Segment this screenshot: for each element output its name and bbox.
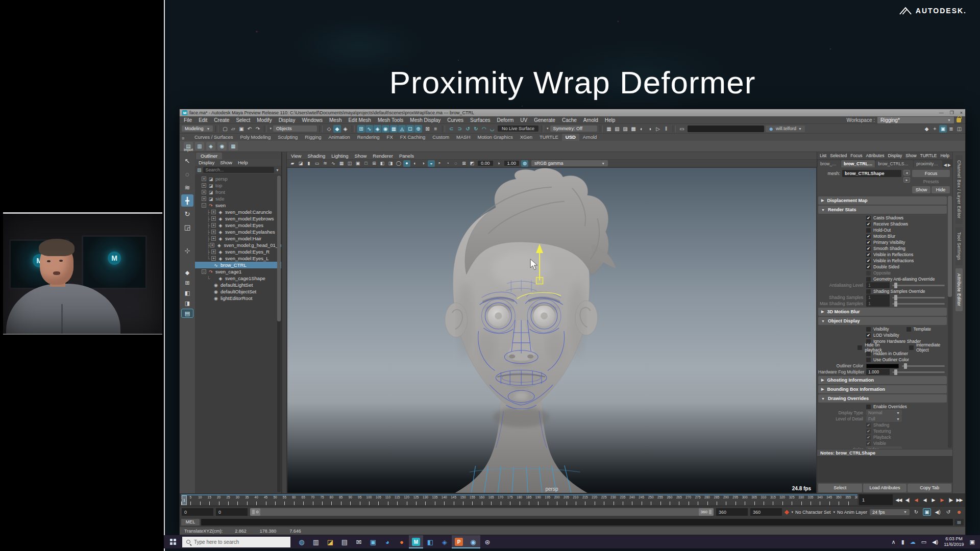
camera-attributes-icon[interactable]: ◪: [297, 160, 304, 167]
maya-icon[interactable]: M: [409, 535, 423, 548]
animation-end-field[interactable]: 360: [750, 508, 782, 516]
outliner-item-sven-model-caruncle[interactable]: ├+◈sven_model:Caruncle: [195, 209, 281, 215]
outliner-item-sven-cage1shape[interactable]: └◈sven_cage1Shape: [195, 275, 281, 282]
expander-icon[interactable]: +: [211, 216, 216, 221]
edge-icon[interactable]: ◕: [380, 535, 395, 548]
input-connections-icon[interactable]: ⊂: [448, 125, 455, 133]
taskbar-clock[interactable]: 6:03 PM 11/6/2019: [944, 536, 964, 547]
universal-manipulator-tool[interactable]: ⊹: [181, 244, 193, 257]
panel-menu-show[interactable]: Show: [355, 153, 367, 159]
outliner-item-front[interactable]: +◪front: [195, 189, 281, 195]
view-transform-dropdown[interactable]: sRGB gamma▼: [531, 160, 608, 166]
field-chart-icon[interactable]: ⊞: [371, 160, 378, 167]
step-back-key-button[interactable]: ◀: [912, 494, 920, 505]
checkbox-motion-blur[interactable]: ✔: [866, 234, 871, 239]
slider-max-shading-samples[interactable]: [892, 303, 945, 305]
use-all-lights-icon[interactable]: ◑: [420, 160, 427, 167]
outliner-item-sven-model-hair[interactable]: ├+◈sven_model:Hair: [195, 235, 281, 242]
restore-button[interactable]: ❐: [950, 110, 954, 115]
onedrive-icon[interactable]: ☁: [910, 539, 916, 545]
mesh-name-field[interactable]: brow_CTRLShape: [842, 170, 901, 177]
outlook-icon[interactable]: ◈: [437, 535, 452, 548]
checkbox-geometry-anti-aliasing-override[interactable]: [866, 277, 871, 282]
focus-button[interactable]: Focus: [912, 170, 950, 177]
mail-icon[interactable]: ✉: [352, 535, 366, 548]
tabs-scroll-left-icon[interactable]: ◀: [944, 163, 947, 167]
playback-start-field[interactable]: 0: [216, 508, 248, 516]
section-drawing-overrides[interactable]: ▼Drawing Overrides: [818, 394, 947, 403]
make-live-icon[interactable]: ◬: [398, 125, 406, 133]
selection-mask-dropdown[interactable]: Objects: [273, 126, 317, 132]
safe-action-icon[interactable]: ◧: [379, 160, 386, 167]
user-account-menu[interactable]: ☻ will.telford▼: [766, 126, 805, 132]
output-connections-icon[interactable]: ▸: [903, 177, 910, 183]
shaded-mode-icon[interactable]: ●: [403, 160, 410, 167]
symmetry-dropdown[interactable]: Symmetry: Off: [550, 126, 597, 132]
checkbox-visibility[interactable]: [866, 327, 871, 332]
slider-hardware-fog-multiplier[interactable]: [892, 371, 945, 373]
shelf-tab-usd[interactable]: USD: [562, 134, 579, 141]
textured-mode-icon[interactable]: ◐: [411, 160, 419, 167]
show-button[interactable]: Show: [912, 186, 930, 193]
open-scene-icon[interactable]: ▱: [229, 125, 237, 133]
go-to-end-button[interactable]: ▶▶: [955, 494, 964, 505]
notes-input[interactable]: [817, 456, 952, 483]
outliner-item-sven-model-g-head-01-cn[interactable]: ├+◈sven_model:g_head_01_cn: [195, 242, 281, 248]
select-button[interactable]: Select: [818, 484, 862, 492]
bookmark-view-icon[interactable]: ▮: [305, 160, 312, 167]
section-bounding-box-information[interactable]: ▶Bounding Box Information: [818, 385, 947, 393]
shadows-toggle-icon[interactable]: ◒: [428, 160, 435, 167]
history-list-icon[interactable]: ◠: [480, 125, 488, 133]
menu-mesh-display[interactable]: Mesh Display: [410, 117, 440, 123]
move-tool[interactable]: ╋: [181, 194, 193, 207]
lock-selection-icon[interactable]: ⊠: [424, 125, 431, 133]
expander-icon[interactable]: +: [202, 190, 206, 194]
save-scene-icon[interactable]: ▣: [237, 125, 245, 133]
checkbox-lod-visibility[interactable]: ✔: [866, 333, 871, 338]
display-mode-icon[interactable]: ▭: [678, 125, 686, 133]
quick-layout-single[interactable]: ◆: [181, 268, 193, 277]
checkbox-visible[interactable]: ✔: [866, 441, 871, 446]
range-start-handle[interactable]: 0: [250, 508, 260, 516]
usd-export-icon[interactable]: ◉: [217, 142, 227, 151]
mute-audio-icon[interactable]: ◀): [934, 508, 942, 516]
hide-button[interactable]: Hide: [932, 186, 950, 193]
quick-layout-split-left[interactable]: ◧: [181, 288, 193, 297]
checkbox-primary-visibility[interactable]: ✔: [866, 240, 871, 245]
ae-menu-attributes[interactable]: Attributes: [866, 153, 884, 158]
section-displacement-map[interactable]: ▶Displacement Map: [818, 196, 947, 205]
menu-deform[interactable]: Deform: [497, 117, 514, 123]
playback-speed-dropdown[interactable]: 24 fps▼: [870, 509, 910, 515]
dropdown-level-of-detail[interactable]: Full▼: [866, 416, 902, 422]
outliner-item-defaultlightset[interactable]: ◉defaultLightSet: [195, 282, 281, 288]
settings-icon[interactable]: ⊛: [480, 535, 495, 548]
ae-tab-brow-ctrlshapeorig[interactable]: brow_CTRLShapeOrig: [875, 160, 913, 167]
tool-settings-toggle-icon[interactable]: ≣: [947, 125, 955, 133]
wireframe-mode-icon[interactable]: ◯: [395, 160, 402, 167]
quick-select-field[interactable]: [688, 126, 764, 132]
modeling-toolkit-toggle-icon[interactable]: ◆: [923, 125, 930, 133]
ipr-render-icon[interactable]: ▨: [622, 125, 629, 133]
expander-icon[interactable]: +: [211, 223, 216, 228]
close-button[interactable]: ×: [960, 110, 963, 115]
display-icon[interactable]: ▭: [921, 539, 926, 545]
undo-icon[interactable]: ↶: [246, 125, 253, 133]
menu-windows[interactable]: Windows: [302, 117, 323, 123]
checkbox-playback[interactable]: ✔: [866, 435, 871, 440]
expander-icon[interactable]: +: [210, 243, 214, 247]
step-forward-key-button[interactable]: ▶: [938, 494, 946, 505]
checkbox-texturing[interactable]: ✔: [866, 429, 871, 434]
checkbox-visible-in-refractions[interactable]: ✔: [866, 259, 871, 263]
menu-display[interactable]: Display: [279, 117, 296, 123]
outliner-menu-show[interactable]: Show: [220, 160, 232, 165]
ae-tab-brow-ctrlshape[interactable]: brow_CTRLShape: [841, 160, 875, 167]
checkbox-hide-on-playback[interactable]: [857, 345, 862, 350]
color-swatch-outliner-color[interactable]: [866, 364, 899, 368]
field-hardware-fog-multiplier[interactable]: 1.000: [866, 369, 890, 375]
timeline-ruler[interactable]: 0510152025303540455055606570758085909510…: [181, 494, 857, 505]
symmetry-expand-icon[interactable]: ▾: [547, 127, 549, 131]
checkbox-smooth-shading[interactable]: ✔: [866, 246, 871, 251]
snap-to-view-plane-icon[interactable]: ▦: [390, 125, 398, 133]
attribute-editor-toggle-icon[interactable]: ▣: [939, 125, 947, 133]
ae-menu-help[interactable]: Help: [940, 153, 949, 158]
